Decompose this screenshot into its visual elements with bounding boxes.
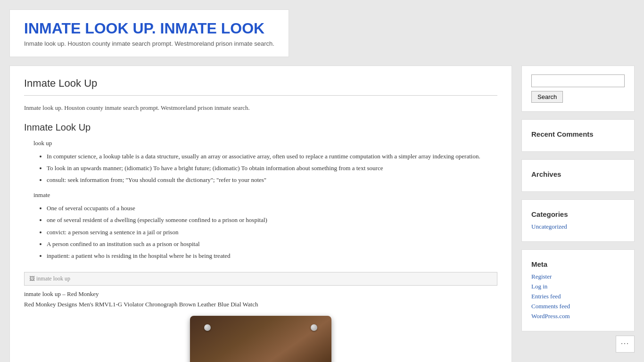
inmate-image-placeholder: inmate look up: [24, 272, 497, 286]
main-content: Inmate Look Up Inmate look up. Houston c…: [9, 66, 512, 362]
post-subtitle: Inmate Look Up: [24, 122, 497, 133]
site-header: INMATE LOOK UP. INMATE LOOK Inmate look …: [9, 9, 289, 57]
list-item: One of several occupants of a house: [47, 204, 497, 213]
category-link-uncategorized[interactable]: Uncategorized: [531, 223, 625, 230]
inmate-term: inmate: [33, 191, 497, 199]
site-title-link[interactable]: INMATE LOOK UP. INMATE LOOK: [24, 19, 274, 37]
post-intro: Inmate look up. Houston county inmate se…: [24, 103, 497, 113]
meta-link-comments-feed[interactable]: Comments feed: [531, 303, 625, 310]
watch-image-area: [24, 316, 497, 362]
meta-widget: Meta Register Log in Entries feed Commen…: [521, 249, 635, 331]
archives-title: Archives: [531, 170, 625, 178]
archives-widget: Archives: [521, 159, 635, 192]
meta-link-login[interactable]: Log in: [531, 283, 625, 290]
bottom-dots-button[interactable]: ···: [616, 336, 635, 353]
meta-link-entries-feed[interactable]: Entries feed: [531, 293, 625, 300]
list-item: In computer science, a lookup table is a…: [47, 152, 497, 161]
search-widget: Search: [521, 66, 635, 112]
search-button[interactable]: Search: [531, 91, 563, 103]
site-description: Inmate look up. Houston county inmate se…: [24, 40, 274, 47]
watch-stud-tr: [311, 324, 317, 331]
list-item: convict: a person serving a sentence in …: [47, 228, 497, 237]
list-item: consult: seek information from; "You sho…: [47, 175, 497, 185]
image-caption: inmate look up – Red Monkey: [24, 290, 497, 298]
list-item: one of several resident of a dwelling (e…: [47, 215, 497, 225]
sidebar: Search Recent Comments Archives Categori…: [521, 66, 635, 339]
lookup-term: look up: [33, 140, 497, 147]
meta-title: Meta: [531, 260, 625, 268]
inmate-definitions-list: One of several occupants of a house one …: [38, 204, 497, 261]
search-input[interactable]: [531, 74, 625, 87]
lookup-definitions-list: In computer science, a lookup table is a…: [38, 152, 497, 185]
meta-link-register[interactable]: Register: [531, 273, 625, 280]
meta-link-wordpress[interactable]: WordPress.com: [531, 313, 625, 320]
site-title: INMATE LOOK UP. INMATE LOOK: [24, 19, 274, 37]
watch-stud-tl: [204, 324, 211, 331]
recent-comments-title: Recent Comments: [531, 130, 625, 138]
categories-widget: Categories Uncategorized: [521, 199, 635, 242]
list-item: To look in an upwards manner; (idiomatic…: [47, 164, 497, 173]
content-area: Inmate Look Up Inmate look up. Houston c…: [9, 66, 635, 362]
categories-title: Categories: [531, 210, 625, 218]
post-title: Inmate Look Up: [24, 77, 497, 96]
watch-image: [190, 316, 331, 362]
list-item: inpatient: a patient who is residing in …: [47, 251, 497, 261]
list-item: A person confined to an institution such…: [47, 239, 497, 249]
recent-comments-widget: Recent Comments: [521, 119, 635, 152]
image-desc: Red Monkey Designs Men's RMVL1-G Violato…: [24, 301, 497, 308]
